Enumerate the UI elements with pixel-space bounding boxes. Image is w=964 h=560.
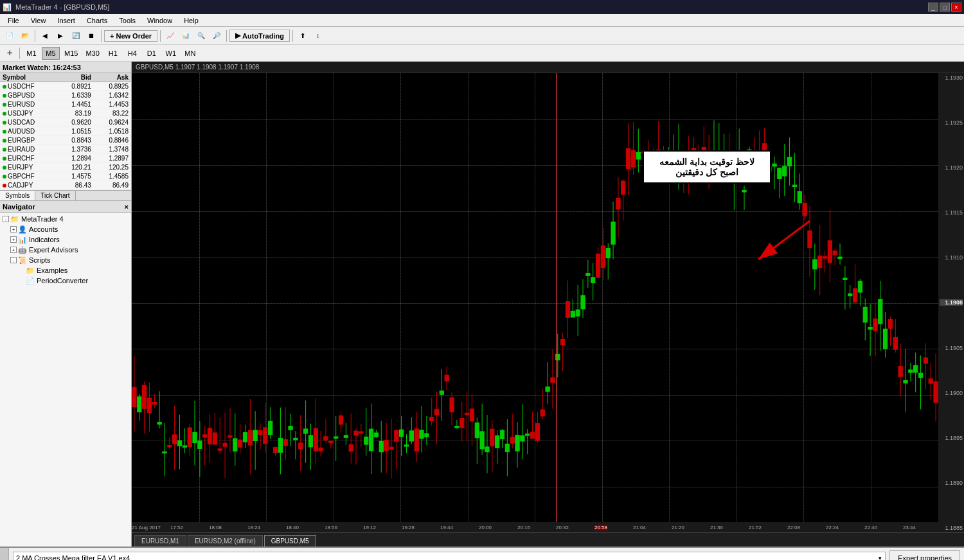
market-watch-row[interactable]: CADJPY 86.43 86.49 bbox=[0, 181, 131, 190]
nav-item-accounts[interactable]: +👤Accounts bbox=[0, 224, 131, 234]
chart-tab-gbpusd-m5[interactable]: GBPUSD,M5 bbox=[264, 535, 316, 547]
period-d1[interactable]: D1 bbox=[143, 47, 161, 60]
period-h1[interactable]: H1 bbox=[104, 47, 122, 60]
market-watch-row[interactable]: EURCHF 1.2894 1.2897 bbox=[0, 154, 131, 163]
navigator-title: Navigator bbox=[3, 203, 35, 211]
nav-item-metatrader4[interactable]: -📁MetaTrader 4 bbox=[0, 214, 131, 224]
crosshair-btn[interactable]: ✛ bbox=[3, 46, 17, 60]
tree-toggle[interactable]: - bbox=[3, 216, 9, 222]
period-m30[interactable]: M30 bbox=[82, 47, 102, 60]
nav-item-indicators[interactable]: +📊Indicators bbox=[0, 234, 131, 245]
nav-item-expert-advisors[interactable]: +🤖Expert Advisors bbox=[0, 245, 131, 255]
svg-rect-177 bbox=[576, 310, 580, 316]
menu-tools[interactable]: Tools bbox=[114, 15, 141, 26]
toolbar-main: 📄 📂 ◀ ▶ 🔄 ⏹ + New Order 📈 📊 🔍 🔎 ▶ AutoTr… bbox=[0, 27, 964, 45]
svg-rect-133 bbox=[465, 414, 469, 415]
menu-insert[interactable]: Insert bbox=[52, 15, 80, 26]
mw-bid: 1.6339 bbox=[57, 91, 94, 100]
nav-item-examples[interactable]: 📁Examples bbox=[0, 265, 131, 276]
market-watch-row[interactable]: EURUSD 1.4451 1.4453 bbox=[0, 100, 131, 109]
refresh-btn[interactable]: 🔄 bbox=[69, 29, 83, 43]
tree-toggle[interactable]: + bbox=[10, 226, 17, 232]
period-mn[interactable]: MN bbox=[181, 47, 199, 60]
nav-item-period-converter[interactable]: 📄PeriodConverter bbox=[0, 276, 131, 286]
navigator-close-icon[interactable]: × bbox=[125, 203, 129, 211]
tab-tick-chart[interactable]: Tick Chart bbox=[35, 191, 75, 200]
new-order-button[interactable]: + New Order bbox=[104, 30, 157, 42]
ea-dropdown-arrow: ▼ bbox=[877, 556, 882, 561]
mw-symbol: USDJPY bbox=[0, 109, 57, 118]
minimize-button[interactable]: _ bbox=[928, 3, 938, 12]
chart-tab-eurusd-m2[interactable]: EURUSD,M2 (offline) bbox=[188, 535, 263, 547]
tree-item-label: Examples bbox=[37, 267, 67, 274]
chart-canvas[interactable]: 1.1930 1.1925 1.1920 1.1915 1.1910 1.190… bbox=[132, 73, 964, 532]
period-w1[interactable]: W1 bbox=[162, 47, 180, 60]
tree-toggle[interactable]: + bbox=[10, 236, 17, 243]
svg-rect-183 bbox=[591, 277, 595, 283]
maximize-button[interactable]: □ bbox=[940, 3, 950, 12]
tree-toggle[interactable]: - bbox=[10, 257, 17, 263]
svg-rect-149 bbox=[505, 444, 509, 451]
mw-dot bbox=[3, 112, 6, 116]
sep1 bbox=[35, 30, 35, 42]
svg-rect-87 bbox=[349, 445, 353, 451]
period-m1[interactable]: M1 bbox=[22, 47, 40, 60]
menu-window[interactable]: Window bbox=[142, 15, 177, 26]
market-watch-row[interactable]: AUDUSD 1.0515 1.0518 bbox=[0, 127, 131, 136]
sep6 bbox=[19, 48, 20, 59]
expert-properties-button[interactable]: Expert properties bbox=[889, 550, 960, 560]
close-button[interactable]: × bbox=[951, 3, 961, 12]
forward-btn[interactable]: ▶ bbox=[53, 29, 67, 43]
market-watch-row[interactable]: USDCHF 0.8921 0.8925 bbox=[0, 82, 131, 91]
menu-help[interactable]: Help bbox=[179, 15, 204, 26]
mw-dot bbox=[3, 94, 6, 98]
svg-rect-161 bbox=[535, 424, 539, 441]
market-watch-row[interactable]: EURGBP 0.8843 0.8846 bbox=[0, 136, 131, 145]
back-btn[interactable]: ◀ bbox=[38, 29, 52, 43]
market-watch-row[interactable]: EURJPY 120.21 120.25 bbox=[0, 163, 131, 172]
svg-rect-107 bbox=[400, 430, 404, 437]
annotation-box: لاحظ توقيت بداية الشمعه اصبح كل دقيقتين bbox=[643, 150, 771, 184]
tab-symbols[interactable]: Symbols bbox=[0, 191, 35, 200]
stop-btn[interactable]: ⏹ bbox=[84, 29, 98, 43]
autotrading-button[interactable]: ▶ AutoTrading bbox=[229, 30, 290, 42]
period-h4[interactable]: H4 bbox=[123, 47, 141, 60]
market-watch-row[interactable]: USDCAD 0.9620 0.9624 bbox=[0, 118, 131, 127]
ea-dropdown[interactable]: 2 MA Crosses Mega filter EA V1.ex4 ▼ bbox=[13, 552, 886, 560]
market-watch-row[interactable]: EURAUD 1.3736 1.3748 bbox=[0, 145, 131, 154]
svg-rect-261 bbox=[787, 157, 791, 166]
objects-btn[interactable]: ↕ bbox=[311, 29, 325, 43]
svg-rect-153 bbox=[515, 435, 519, 451]
zoom-out-btn[interactable]: 🔎 bbox=[210, 29, 224, 43]
tree-toggle[interactable]: + bbox=[10, 247, 17, 253]
mw-ask: 0.8846 bbox=[94, 136, 131, 145]
period-m5[interactable]: M5 bbox=[42, 47, 60, 60]
chart-bar-btn[interactable]: 📊 bbox=[179, 29, 193, 43]
indicators-btn[interactable]: ⬆ bbox=[296, 29, 310, 43]
nav-item-scripts[interactable]: -📜Scripts bbox=[0, 255, 131, 265]
mw-bid: 1.0515 bbox=[57, 127, 94, 136]
market-watch-row[interactable]: USDJPY 83.19 83.22 bbox=[0, 109, 131, 118]
market-watch-row[interactable]: GBPCHF 1.4575 1.4585 bbox=[0, 172, 131, 181]
expert-properties-label: Expert properties bbox=[898, 554, 952, 560]
period-m15[interactable]: M15 bbox=[61, 47, 81, 60]
chart-line-btn[interactable]: 📈 bbox=[163, 29, 177, 43]
menu-file[interactable]: File bbox=[3, 15, 24, 26]
title-bar: 📊 MetaTrader 4 - [GBPUSD,M5] _ □ × bbox=[0, 0, 964, 14]
mw-symbol: EURCHF bbox=[0, 154, 57, 163]
svg-rect-201 bbox=[636, 153, 640, 159]
menu-view[interactable]: View bbox=[26, 15, 51, 26]
new-btn[interactable]: 📄 bbox=[3, 29, 17, 43]
mw-dot bbox=[3, 103, 6, 107]
menu-bar: File View Insert Charts Tools Window Hel… bbox=[0, 14, 964, 27]
svg-rect-49 bbox=[253, 430, 257, 441]
mw-dot bbox=[3, 166, 6, 170]
market-watch-row[interactable]: GBPUSD 1.6339 1.6342 bbox=[0, 91, 131, 100]
open-btn[interactable]: 📂 bbox=[18, 29, 32, 43]
zoom-in-btn[interactable]: 🔍 bbox=[194, 29, 208, 43]
chart-tab-eurusd-m1[interactable]: EURUSD,M1 bbox=[134, 535, 186, 547]
svg-rect-263 bbox=[792, 185, 796, 186]
menu-charts[interactable]: Charts bbox=[82, 15, 112, 26]
svg-rect-63 bbox=[289, 426, 292, 430]
svg-rect-171 bbox=[561, 340, 565, 344]
